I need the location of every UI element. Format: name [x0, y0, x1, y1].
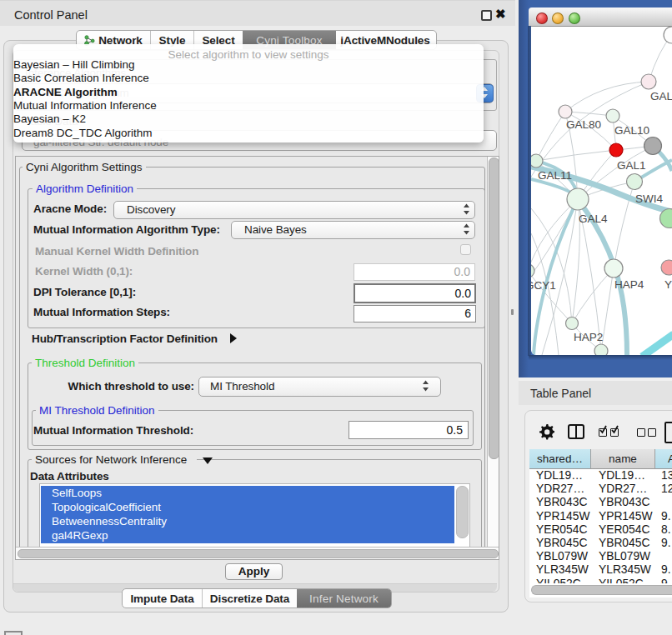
- svg-text:GAL7: GAL7: [650, 90, 672, 102]
- svg-text:GAL10: GAL10: [614, 124, 649, 137]
- svg-text:GAL1: GAL1: [617, 159, 646, 172]
- svg-text:GAL80: GAL80: [566, 118, 601, 131]
- svg-text:SWI4: SWI4: [635, 192, 663, 205]
- svg-text:GAL4: GAL4: [579, 212, 608, 225]
- svg-text:GCY1: GCY1: [531, 279, 556, 292]
- svg-text:HAP4: HAP4: [614, 278, 644, 291]
- svg-text:HAP2: HAP2: [574, 331, 603, 343]
- svg-text:YL: YL: [664, 278, 672, 291]
- svg-text:GAL11: GAL11: [538, 169, 572, 182]
